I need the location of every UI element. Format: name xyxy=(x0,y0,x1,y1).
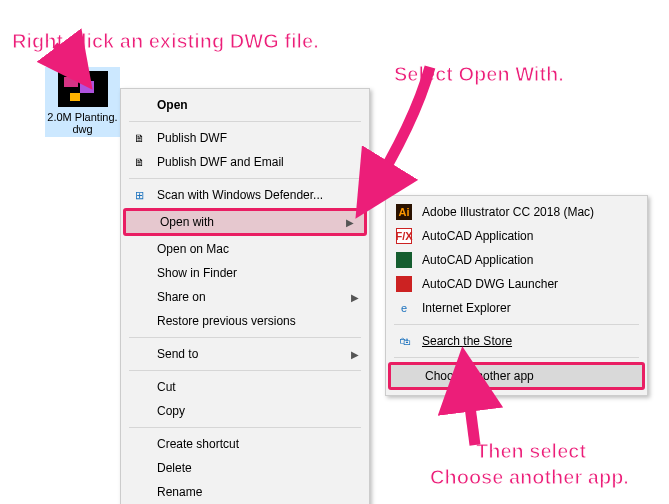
file-name-label: 2.0M Planting.dwg xyxy=(47,111,118,135)
openwith-autocad-1[interactable]: F/X AutoCAD Application xyxy=(386,224,647,248)
menu-separator xyxy=(394,324,639,325)
autocad-icon xyxy=(396,252,412,268)
menu-show-in-finder[interactable]: Show in Finder xyxy=(121,261,369,285)
menu-rename[interactable]: Rename xyxy=(121,480,369,504)
openwith-search-store[interactable]: 🛍 Search the Store xyxy=(386,329,647,353)
dwf-email-icon: 🗎 xyxy=(131,154,147,170)
menu-separator xyxy=(129,427,361,428)
openwith-ie[interactable]: e Internet Explorer xyxy=(386,296,647,320)
openwith-autocad-2[interactable]: AutoCAD Application xyxy=(386,248,647,272)
defender-icon: ⊞ xyxy=(131,187,147,203)
ie-icon: e xyxy=(396,300,412,316)
menu-separator xyxy=(129,337,361,338)
menu-separator xyxy=(129,121,361,122)
menu-separator xyxy=(394,357,639,358)
submenu-arrow-icon: ▶ xyxy=(346,217,354,228)
menu-cut[interactable]: Cut xyxy=(121,375,369,399)
store-icon: 🛍 xyxy=(396,333,412,349)
menu-restore-previous[interactable]: Restore previous versions xyxy=(121,309,369,333)
menu-create-shortcut[interactable]: Create shortcut xyxy=(121,432,369,456)
dwg-launcher-icon xyxy=(396,276,412,292)
openwith-dwg-launcher[interactable]: AutoCAD DWG Launcher xyxy=(386,272,647,296)
annotation-choose-line2: Choose another app. xyxy=(430,466,629,489)
menu-copy[interactable]: Copy xyxy=(121,399,369,423)
submenu-arrow-icon: ▶ xyxy=(351,292,359,303)
menu-open-with[interactable]: Open with ▶ xyxy=(123,208,367,236)
open-with-submenu: Ai Adobe Illustrator CC 2018 (Mac) F/X A… xyxy=(385,195,648,396)
context-menu-primary: Open 🗎 Publish DWF 🗎 Publish DWF and Ema… xyxy=(120,88,370,504)
menu-publish-dwf[interactable]: 🗎 Publish DWF xyxy=(121,126,369,150)
menu-separator xyxy=(129,178,361,179)
menu-open-on-mac[interactable]: Open on Mac xyxy=(121,237,369,261)
dwf-icon: 🗎 xyxy=(131,130,147,146)
menu-separator xyxy=(129,370,361,371)
autocad-fx-icon: F/X xyxy=(396,228,412,244)
annotation-arrow-icon xyxy=(50,43,90,83)
menu-publish-dwf-email[interactable]: 🗎 Publish DWF and Email xyxy=(121,150,369,174)
menu-share-on[interactable]: Share on ▶ xyxy=(121,285,369,309)
menu-open[interactable]: Open xyxy=(121,93,369,117)
menu-scan-defender[interactable]: ⊞ Scan with Windows Defender... xyxy=(121,183,369,207)
annotation-arrow-icon xyxy=(355,62,440,212)
openwith-choose-another-app[interactable]: Choose another app xyxy=(388,362,645,390)
menu-send-to[interactable]: Send to ▶ xyxy=(121,342,369,366)
submenu-arrow-icon: ▶ xyxy=(351,349,359,360)
menu-delete[interactable]: Delete xyxy=(121,456,369,480)
annotation-arrow-icon xyxy=(435,360,495,450)
